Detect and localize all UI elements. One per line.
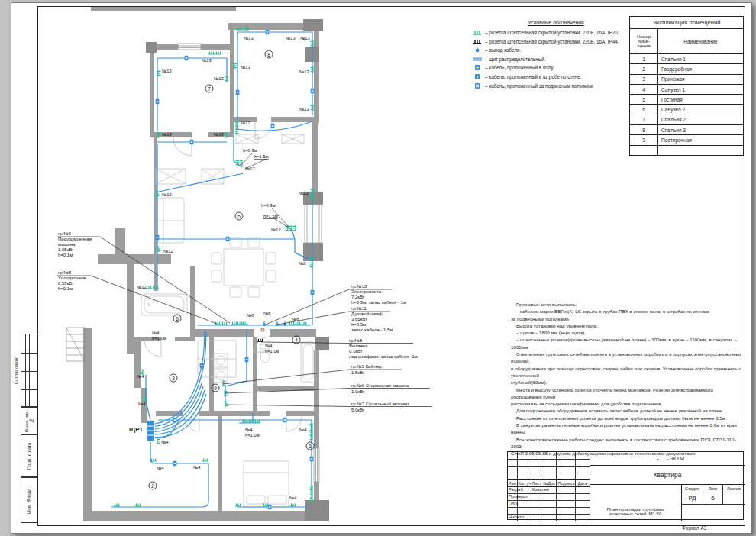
cable-markers bbox=[156, 30, 315, 509]
drawing-sheet: Согласовано Взам. инв.№ Подп. и дата Инв… bbox=[11, 2, 752, 534]
sheets-value bbox=[723, 492, 745, 505]
tb-role: ГИП bbox=[509, 501, 531, 507]
svg-text:5: 5 bbox=[237, 214, 241, 219]
annotation-fridge: гр.№8 Холодильник 0.53кВт h=0.1м bbox=[58, 270, 86, 291]
svg-text:№4: №4 bbox=[161, 440, 169, 444]
svg-text:№8: №8 bbox=[263, 311, 270, 315]
svg-text:№13: №13 bbox=[299, 107, 309, 111]
svg-text:гр.№8: гр.№8 bbox=[349, 338, 363, 343]
distribution-panel: ЩР1 bbox=[129, 421, 154, 441]
svg-text:№13: №13 bbox=[162, 132, 172, 137]
svg-text:6: 6 bbox=[176, 316, 179, 321]
svg-text:№12: №12 bbox=[162, 192, 172, 197]
svg-text:0.1кВт: 0.1кВт bbox=[349, 349, 363, 354]
tb-role: Проверил bbox=[509, 494, 531, 500]
svg-text:h=0.3м: h=0.3м bbox=[261, 203, 276, 208]
svg-text:№13: №13 bbox=[244, 36, 254, 40]
svg-text:1: 1 bbox=[309, 444, 312, 449]
svg-text:№13: №13 bbox=[214, 76, 224, 81]
svg-text:h=0.1м: h=0.1м bbox=[58, 286, 73, 291]
svg-text:№13: №13 bbox=[214, 132, 224, 137]
svg-text:гр.№7 Сушильный автомат: гр.№7 Сушильный автомат bbox=[351, 402, 409, 406]
sheets-label: Листов bbox=[723, 485, 745, 492]
svg-text:1.05кВт: 1.05кВт bbox=[58, 247, 74, 252]
svg-text:Холодильник: Холодильник bbox=[58, 276, 86, 280]
svg-text:№8: №8 bbox=[247, 313, 254, 318]
svg-text:№13: №13 bbox=[241, 121, 250, 125]
svg-text:№13: №13 bbox=[241, 65, 250, 69]
svg-text:Посудомоечная: Посудомоечная bbox=[58, 237, 92, 241]
stairs bbox=[66, 328, 85, 361]
annotation-hood: гр.№8 Вытяжка 0.1кВт над шкафами. запас … bbox=[349, 338, 418, 359]
svg-text:4: 4 bbox=[295, 337, 298, 343]
svg-text:h=1.5м: h=1.5м bbox=[263, 214, 278, 218]
svg-text:3.65кВт: 3.65кВт bbox=[351, 317, 367, 321]
svg-text:h=1.0м: h=1.0м bbox=[245, 433, 260, 438]
svg-text:8: 8 bbox=[267, 52, 270, 57]
svg-text:Духовой шкаф: Духовой шкаф bbox=[351, 312, 383, 316]
svg-text:запас кабеля - 1,5м: запас кабеля - 1,5м bbox=[351, 328, 393, 332]
svg-text:гр.№9: гр.№9 bbox=[58, 231, 72, 236]
svg-text:№13: №13 bbox=[299, 69, 309, 74]
svg-text:№13: №13 bbox=[202, 58, 212, 63]
drawing-viewer: { "sheet": { "stamp_side": { "approved":… bbox=[0, 0, 756, 536]
svg-text:1.0кВт: 1.0кВт bbox=[351, 389, 365, 394]
svg-text:h=0.3м, запас кабеля - 1м: h=0.3м, запас кабеля - 1м bbox=[351, 300, 406, 305]
svg-text:машина: машина bbox=[58, 242, 76, 247]
sheet-value: 6 bbox=[703, 492, 723, 505]
svg-text:h=1.5м: h=1.5м bbox=[254, 154, 269, 159]
tb-role: Разраб. bbox=[509, 487, 531, 493]
svg-text:5.0кВт: 5.0кВт bbox=[351, 408, 365, 412]
svg-text:№12: №12 bbox=[299, 191, 309, 195]
svg-text:№4: №4 bbox=[193, 465, 201, 470]
tb-role: Н.контр. bbox=[509, 515, 531, 521]
svg-text:гр.№5 Бойлер.: гр.№5 Бойлер. bbox=[351, 364, 383, 369]
tb-role bbox=[509, 508, 531, 514]
svg-text:2: 2 bbox=[151, 483, 154, 489]
svg-text:Электроплита: Электроплита bbox=[351, 289, 382, 294]
svg-text:над шкафами. запас кабеля -1м: над шкафами. запас кабеля -1м bbox=[349, 354, 418, 359]
svg-text:№4: №4 bbox=[138, 402, 146, 406]
title-block: Изм. Кол.уч Лист №Док Подпись Дата Разра… bbox=[507, 451, 744, 520]
svg-text:№13: №13 bbox=[286, 36, 296, 40]
tb-col-izm: Изм. bbox=[508, 479, 518, 486]
svg-text:0.53кВт: 0.53кВт bbox=[58, 281, 74, 286]
svg-text:3: 3 bbox=[172, 376, 175, 381]
tb-col-podpis: Подпись bbox=[557, 479, 576, 486]
panel-label: ЩР1 bbox=[129, 426, 143, 433]
sockets bbox=[114, 27, 313, 506]
svg-text:1.5кВт: 1.5кВт bbox=[351, 370, 365, 375]
svg-text:№12: №12 bbox=[245, 166, 255, 171]
svg-text:7.2кВт: 7.2кВт bbox=[351, 295, 365, 299]
annotation-washer: гр.№6 Стиральная машина 1.0кВт bbox=[351, 383, 410, 394]
tb-col-list: Лист bbox=[531, 479, 541, 486]
svg-text:№4: №4 bbox=[152, 331, 160, 335]
stage-value: РД bbox=[682, 492, 703, 505]
svg-text:№8: №8 bbox=[299, 261, 305, 266]
svg-text:№13: №13 bbox=[162, 69, 172, 73]
svg-text:гр.№11: гр.№11 bbox=[351, 306, 367, 311]
svg-text:№4: №4 bbox=[289, 496, 297, 500]
stage-label: Стадия bbox=[682, 485, 703, 492]
tb-name: Ковалев bbox=[532, 487, 557, 493]
tb-col-data: Дата bbox=[576, 479, 590, 486]
doc-code: ...-...-ЭОМ bbox=[590, 452, 745, 466]
svg-text:7: 7 bbox=[208, 86, 211, 92]
svg-text:№4: №4 bbox=[265, 344, 273, 348]
object-name: Квартира bbox=[590, 466, 745, 485]
cables bbox=[111, 32, 312, 507]
svg-text:№12: №12 bbox=[163, 249, 173, 253]
svg-text:Вытяжка: Вытяжка bbox=[349, 344, 368, 348]
svg-text:№4: №4 bbox=[245, 428, 253, 432]
red-mark bbox=[261, 328, 264, 331]
svg-text:№4: №4 bbox=[137, 374, 144, 379]
svg-text:№4: №4 bbox=[299, 428, 307, 432]
annotation-dishwasher: гр.№9 Посудомоечная машина 1.05кВт h=0.1… bbox=[58, 231, 92, 257]
svg-text:h=0.3м: h=0.3м bbox=[243, 148, 257, 153]
annotation-oven: гр.№11 Духовой шкаф 3.65кВт h=0.3м запас… bbox=[351, 306, 393, 332]
svg-text:№12: №12 bbox=[271, 228, 281, 232]
doc-title: План прокладки групповых розеточных сете… bbox=[590, 485, 682, 521]
walls bbox=[66, 7, 329, 521]
svg-text:h=1.0м: h=1.0м bbox=[265, 349, 279, 354]
svg-text:гр.№10: гр.№10 bbox=[351, 284, 367, 289]
